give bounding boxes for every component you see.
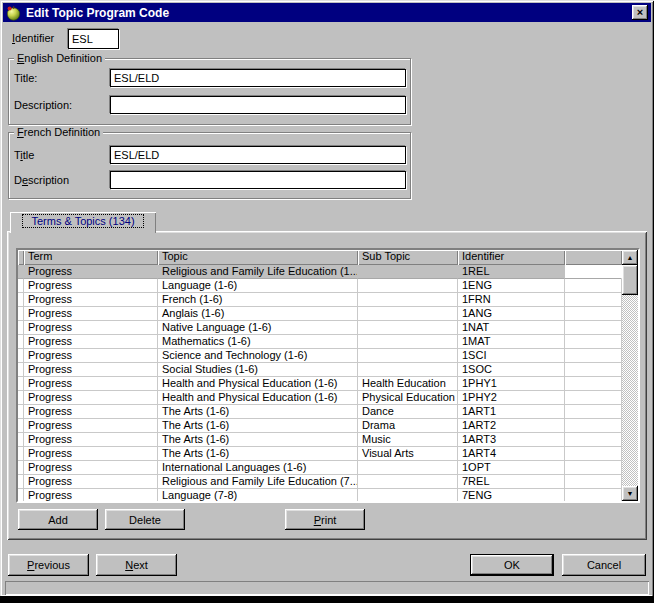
cell-topic: Health and Physical Education (1-6)	[158, 377, 358, 391]
cell-identifier: 1ART1	[458, 405, 565, 419]
table-row[interactable]: ProgressInternational Languages (1-6)1OP…	[18, 461, 622, 475]
table-row[interactable]: ProgressFrench (1-6)1FRN	[18, 293, 622, 307]
close-button[interactable]: ×	[632, 5, 648, 20]
cell-extra	[565, 307, 622, 321]
cell-term: Progress	[24, 447, 158, 461]
english-title-input[interactable]	[110, 69, 406, 87]
delete-button[interactable]: Delete	[105, 509, 185, 530]
cell-topic: Science and Technology (1-6)	[158, 349, 358, 363]
cell-subtopic	[358, 335, 458, 349]
identifier-input[interactable]	[68, 29, 119, 49]
previous-button[interactable]: Previous	[8, 554, 89, 576]
tab-terms-topics[interactable]: Terms & Topics (134)	[10, 212, 156, 233]
cell-term: Progress	[24, 279, 158, 293]
table-row[interactable]: ProgressSocial Studies (1-6)1SOC	[18, 363, 622, 377]
cell-term: Progress	[24, 405, 158, 419]
column-header-term[interactable]: Term	[24, 250, 158, 265]
cell-topic: Native Language (1-6)	[158, 321, 358, 335]
scrollbar-thumb[interactable]	[622, 265, 638, 295]
table-row[interactable]: ProgressAnglais (1-6)1ANG	[18, 307, 622, 321]
french-definition-legend: French Definition	[14, 126, 103, 138]
french-title-input[interactable]	[110, 146, 406, 164]
cell-extra	[565, 321, 622, 335]
table-row[interactable]: ProgressLanguage (7-8)7ENG	[18, 489, 622, 501]
table-row[interactable]: ProgressHealth and Physical Education (1…	[18, 391, 622, 405]
cell-extra	[565, 279, 622, 293]
column-header-identifier[interactable]: Identifier	[458, 250, 565, 265]
table-row[interactable]: ProgressThe Arts (1-6)Drama1ART2	[18, 419, 622, 433]
cell-term: Progress	[24, 489, 158, 501]
cell-identifier: 1ENG	[458, 279, 565, 293]
status-bar	[5, 581, 649, 595]
cell-identifier: 1PHY1	[458, 377, 565, 391]
cell-topic: The Arts (1-6)	[158, 419, 358, 433]
cell-subtopic	[358, 307, 458, 321]
table-row[interactable]: ProgressMathematics (1-6)1MAT	[18, 335, 622, 349]
column-header-topic[interactable]: Topic	[158, 250, 358, 265]
cell-term: Progress	[24, 335, 158, 349]
french-description-input[interactable]	[110, 171, 406, 189]
cell-subtopic	[358, 293, 458, 307]
cell-identifier: 1ART3	[458, 433, 565, 447]
window-bottom-edge	[0, 596, 654, 603]
print-button[interactable]: Print	[285, 509, 365, 530]
cell-subtopic	[358, 363, 458, 377]
column-header-blank	[565, 250, 622, 265]
ok-button[interactable]: OK	[470, 554, 554, 576]
cell-extra	[565, 489, 622, 501]
cell-topic: The Arts (1-6)	[158, 433, 358, 447]
table-row[interactable]: ProgressReligious and Family Life Educat…	[18, 265, 622, 279]
scroll-down-button[interactable]: ▼	[622, 486, 638, 501]
tab-terms-topics-label: Terms & Topics (134)	[23, 215, 142, 227]
cell-term: Progress	[24, 377, 158, 391]
cell-identifier: 1ANG	[458, 307, 565, 321]
cell-term: Progress	[24, 391, 158, 405]
french-title-label: Title	[14, 149, 34, 161]
cell-identifier: 1OPT	[458, 461, 565, 475]
cell-identifier: 7REL	[458, 475, 565, 489]
title-bar[interactable]: Edit Topic Program Code ×	[3, 3, 651, 22]
cell-term: Progress	[24, 419, 158, 433]
edit-topic-program-code-dialog: Edit Topic Program Code × Identifier Eng…	[0, 0, 654, 603]
cell-identifier: 1NAT	[458, 321, 565, 335]
table-row[interactable]: ProgressReligious and Family Life Educat…	[18, 475, 622, 489]
cell-topic: Mathematics (1-6)	[158, 335, 358, 349]
window-title: Edit Topic Program Code	[26, 6, 169, 20]
scroll-up-button[interactable]: ▲	[622, 250, 638, 265]
table-row[interactable]: ProgressScience and Technology (1-6)1SCI	[18, 349, 622, 363]
cell-term: Progress	[24, 461, 158, 475]
next-button[interactable]: Next	[96, 554, 177, 576]
cell-term: Progress	[24, 293, 158, 307]
cell-subtopic	[358, 349, 458, 363]
cell-subtopic	[358, 489, 458, 501]
cell-topic: Anglais (1-6)	[158, 307, 358, 321]
table-vertical-scrollbar[interactable]: ▲ ▼	[622, 250, 638, 501]
column-header-sub-topic[interactable]: Sub Topic	[358, 250, 458, 265]
table-row[interactable]: ProgressThe Arts (1-6)Visual Arts1ART4	[18, 447, 622, 461]
cancel-button[interactable]: Cancel	[562, 554, 646, 576]
table-row[interactable]: ProgressHealth and Physical Education (1…	[18, 377, 622, 391]
cell-subtopic: Drama	[358, 419, 458, 433]
cell-subtopic: Visual Arts	[358, 447, 458, 461]
table-row[interactable]: ProgressThe Arts (1-6)Music1ART3	[18, 433, 622, 447]
cell-subtopic	[358, 265, 458, 279]
cell-topic: Religious and Family Life Education (1..…	[158, 265, 358, 279]
cell-topic: The Arts (1-6)	[158, 405, 358, 419]
english-title-label: Title:	[14, 72, 37, 84]
cell-subtopic	[358, 461, 458, 475]
cell-identifier: 1PHY2	[458, 391, 565, 405]
add-button[interactable]: Add	[18, 509, 98, 530]
cell-subtopic: Physical Education	[358, 391, 458, 405]
cell-identifier: 1MAT	[458, 335, 565, 349]
table-row[interactable]: ProgressNative Language (1-6)1NAT	[18, 321, 622, 335]
english-description-input[interactable]	[110, 96, 406, 114]
terms-table-body: ProgressReligious and Family Life Educat…	[18, 265, 622, 501]
cell-extra	[565, 419, 622, 433]
cell-identifier: 7ENG	[458, 489, 565, 501]
table-row[interactable]: ProgressLanguage (1-6)1ENG	[18, 279, 622, 293]
cell-term: Progress	[24, 433, 158, 447]
cell-extra	[565, 349, 622, 363]
cell-topic: Language (7-8)	[158, 489, 358, 501]
cell-topic: The Arts (1-6)	[158, 447, 358, 461]
table-row[interactable]: ProgressThe Arts (1-6)Dance1ART1	[18, 405, 622, 419]
